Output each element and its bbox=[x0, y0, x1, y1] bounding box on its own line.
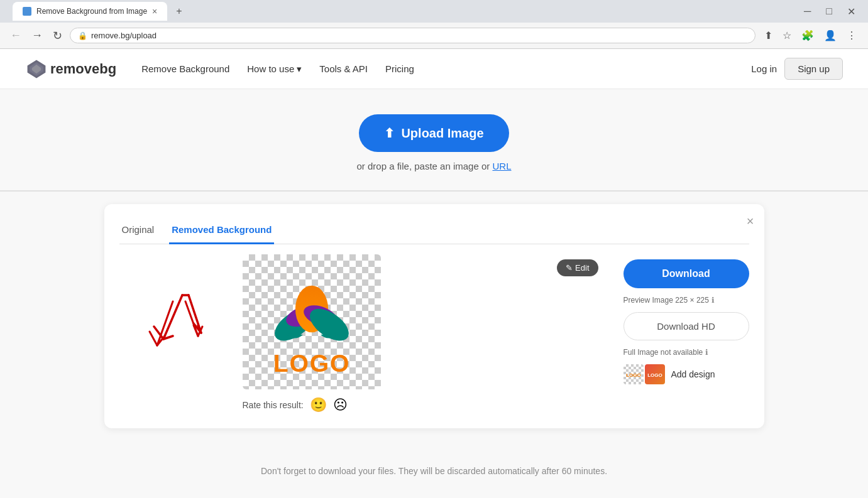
preview-info-icon: ℹ bbox=[711, 296, 715, 305]
nav-remove-background[interactable]: Remove Background bbox=[141, 63, 229, 74]
maximize-btn[interactable]: □ bbox=[821, 6, 837, 18]
tab-removed-background[interactable]: Removed Background bbox=[169, 219, 274, 244]
tab-close-btn[interactable]: × bbox=[152, 6, 157, 16]
minimize-btn[interactable]: ─ bbox=[799, 6, 816, 18]
url-text: remove.bg/upload bbox=[91, 31, 157, 40]
rating-row: Rate this result: 🙂 ☹ bbox=[243, 397, 603, 413]
signup-button[interactable]: Sign up bbox=[784, 58, 843, 80]
back-btn[interactable]: ← bbox=[8, 26, 24, 45]
full-image-info: Full Image not available ℹ bbox=[624, 348, 749, 357]
login-button[interactable]: Log in bbox=[751, 63, 777, 74]
address-bar[interactable]: 🔒 remove.bg/upload bbox=[70, 28, 755, 43]
nav-pricing[interactable]: Pricing bbox=[385, 63, 414, 74]
hero-section: ⬆ Upload Image or drop a file, paste an … bbox=[0, 89, 868, 192]
how-to-use-arrow-icon: ▾ bbox=[297, 63, 302, 75]
svg-text:LOGO: LOGO bbox=[273, 350, 350, 377]
browser-tab[interactable]: Remove Background from Image × bbox=[13, 2, 167, 21]
result-right: Download Preview Image 225 × 225 ℹ Downl… bbox=[624, 254, 749, 413]
site-navigation: removebg Remove Background How to use ▾ … bbox=[0, 49, 868, 89]
nav-how-to-use[interactable]: How to use ▾ bbox=[247, 63, 302, 75]
result-card: × Original Removed Background bbox=[104, 204, 764, 428]
nav-right: Log in Sign up bbox=[751, 58, 843, 80]
original-preview bbox=[119, 254, 233, 399]
add-design-label: Add design bbox=[671, 369, 715, 379]
menu-btn[interactable]: ⋮ bbox=[843, 27, 860, 44]
logo[interactable]: removebg bbox=[25, 58, 116, 80]
svg-text:LOGO: LOGO bbox=[626, 372, 641, 378]
close-btn[interactable]: ✕ bbox=[842, 6, 860, 18]
result-section: × Original Removed Background bbox=[0, 192, 868, 453]
design-thumbnails: LOGO LOGO bbox=[624, 364, 665, 384]
rating-label: Rate this result: bbox=[243, 400, 304, 410]
new-tab-btn[interactable]: + bbox=[172, 2, 185, 21]
tab-original[interactable]: Original bbox=[119, 219, 157, 244]
hero-subtitle: or drop a file, paste an image or URL bbox=[0, 161, 868, 171]
refresh-btn[interactable]: ↻ bbox=[50, 26, 65, 45]
tab-title: Remove Background from Image bbox=[36, 7, 147, 16]
lock-icon: 🔒 bbox=[78, 31, 87, 40]
preview-info: Preview Image 225 × 225 ℹ bbox=[624, 296, 749, 305]
logo-icon bbox=[25, 58, 48, 80]
download-hd-button[interactable]: Download HD bbox=[624, 312, 749, 340]
arrows-graphic bbox=[126, 276, 226, 377]
upload-button[interactable]: ⬆ Upload Image bbox=[359, 114, 508, 152]
forward-btn[interactable]: → bbox=[29, 26, 45, 45]
logo-text: removebg bbox=[50, 61, 116, 77]
url-link[interactable]: URL bbox=[492, 161, 511, 171]
nav-tools-api[interactable]: Tools & API bbox=[319, 63, 368, 74]
tab-favicon bbox=[23, 7, 31, 16]
result-tabs: Original Removed Background bbox=[119, 219, 749, 244]
sad-rating-btn[interactable]: ☹ bbox=[333, 397, 348, 413]
add-design-row[interactable]: LOGO LOGO bbox=[624, 364, 749, 384]
share-btn[interactable]: ⬆ bbox=[761, 27, 776, 44]
logo-image: LOGO bbox=[252, 257, 371, 386]
svg-text:LOGO: LOGO bbox=[647, 372, 662, 378]
design-thumb-1: LOGO bbox=[624, 364, 644, 384]
happy-rating-btn[interactable]: 🙂 bbox=[310, 397, 327, 413]
result-content: LOGO ✎ Edit Rate this result: 🙂 ☹ bbox=[119, 254, 749, 413]
footer-note: Don't forget to download your files. The… bbox=[0, 453, 868, 489]
design-thumb-2: LOGO bbox=[645, 364, 665, 384]
profile-btn[interactable]: 👤 bbox=[820, 27, 840, 44]
download-button[interactable]: Download bbox=[624, 259, 749, 288]
card-close-button[interactable]: × bbox=[747, 214, 754, 229]
edit-button[interactable]: ✎ Edit bbox=[557, 259, 598, 276]
nav-links: Remove Background How to use ▾ Tools & A… bbox=[141, 63, 751, 75]
bookmark-btn[interactable]: ☆ bbox=[779, 27, 795, 44]
full-info-icon: ℹ bbox=[705, 348, 708, 357]
result-left: LOGO ✎ Edit Rate this result: 🙂 ☹ bbox=[119, 254, 603, 413]
upload-icon: ⬆ bbox=[384, 126, 395, 141]
processed-preview: LOGO ✎ Edit Rate this result: 🙂 ☹ bbox=[243, 254, 603, 413]
extensions-btn[interactable]: 🧩 bbox=[798, 27, 818, 44]
